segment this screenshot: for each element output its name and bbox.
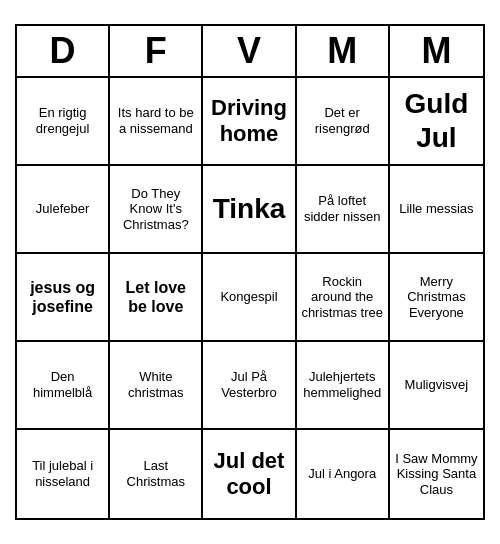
cell-4-1: Last Christmas — [110, 430, 203, 518]
cell-0-0: En rigtig drengejul — [17, 78, 110, 166]
cell-2-2: Kongespil — [203, 254, 296, 342]
bingo-header: DFVMM — [17, 26, 483, 78]
cell-3-2: Jul På Vesterbro — [203, 342, 296, 430]
cell-1-2: Tinka — [203, 166, 296, 254]
cell-1-0: Julefeber — [17, 166, 110, 254]
cell-1-3: På loftet sidder nissen — [297, 166, 390, 254]
cell-4-4: I Saw Mommy Kissing Santa Claus — [390, 430, 483, 518]
cell-4-0: Til julebal i nisseland — [17, 430, 110, 518]
header-col-4: M — [390, 26, 483, 76]
bingo-card: DFVMM En rigtig drengejulIts hard to be … — [15, 24, 485, 520]
header-col-3: M — [297, 26, 390, 76]
cell-3-4: Muligvisvej — [390, 342, 483, 430]
cell-2-1: Let love be love — [110, 254, 203, 342]
bingo-grid: En rigtig drengejulIts hard to be a niss… — [17, 78, 483, 518]
header-col-2: V — [203, 26, 296, 76]
cell-0-2: Driving home — [203, 78, 296, 166]
cell-0-3: Det er risengrød — [297, 78, 390, 166]
cell-1-4: Lille messias — [390, 166, 483, 254]
cell-1-1: Do They Know It's Christmas? — [110, 166, 203, 254]
cell-2-3: Rockin around the christmas tree — [297, 254, 390, 342]
cell-0-4: Guld Jul — [390, 78, 483, 166]
header-col-0: D — [17, 26, 110, 76]
cell-4-2: Jul det cool — [203, 430, 296, 518]
cell-0-1: Its hard to be a nissemand — [110, 78, 203, 166]
cell-3-0: Den himmelblå — [17, 342, 110, 430]
cell-2-4: Merry Christmas Everyone — [390, 254, 483, 342]
cell-4-3: Jul i Angora — [297, 430, 390, 518]
cell-3-1: White christmas — [110, 342, 203, 430]
header-col-1: F — [110, 26, 203, 76]
cell-3-3: Julehjertets hemmelighed — [297, 342, 390, 430]
cell-2-0: jesus og josefine — [17, 254, 110, 342]
